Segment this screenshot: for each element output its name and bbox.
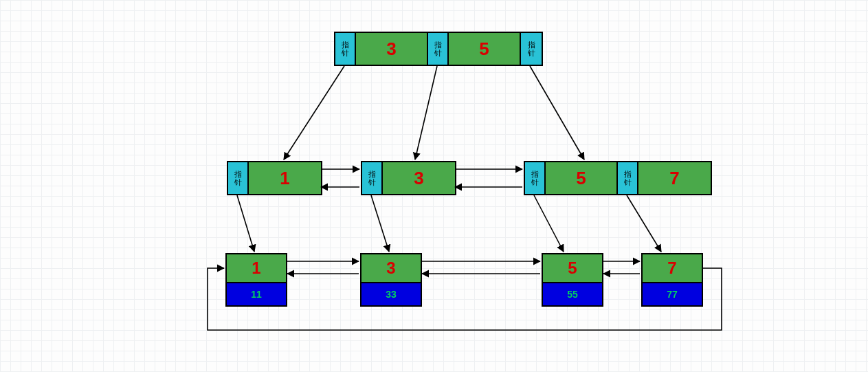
svg-line-9 <box>534 195 564 252</box>
leaf-key: 1 <box>227 254 286 283</box>
key-cell: 5 <box>449 33 521 65</box>
leaf-node-4: 7 77 <box>641 253 703 307</box>
leaf-value: 55 <box>543 283 602 305</box>
leaf-node-1: 1 11 <box>225 253 287 307</box>
internal-node-1: 指针 1 <box>227 161 322 195</box>
svg-line-8 <box>371 195 389 252</box>
leaf-node-2: 3 33 <box>360 253 422 307</box>
pointer-cell: 指针 <box>525 162 546 194</box>
root-node: 指针 3 指针 5 指针 <box>334 32 543 66</box>
pointer-cell: 指针 <box>335 33 356 65</box>
leaf-value: 11 <box>227 283 286 305</box>
svg-line-0 <box>284 66 344 160</box>
key-cell: 5 <box>546 162 618 194</box>
pointer-cell: 指针 <box>521 33 542 65</box>
key-cell: 7 <box>638 162 711 194</box>
leaf-key: 5 <box>543 254 602 283</box>
internal-node-2: 指针 3 <box>361 161 456 195</box>
leaf-key: 3 <box>361 254 421 283</box>
pointer-cell: 指针 <box>362 162 383 194</box>
svg-line-1 <box>415 66 437 160</box>
svg-line-7 <box>237 195 254 252</box>
pointer-cell: 指针 <box>228 162 249 194</box>
leaf-value: 77 <box>643 283 702 305</box>
internal-node-3: 指针 5 指针 7 <box>524 161 712 195</box>
key-cell: 3 <box>356 33 428 65</box>
leaf-value: 33 <box>361 283 421 305</box>
svg-line-2 <box>530 66 584 160</box>
leaf-node-3: 5 55 <box>542 253 603 307</box>
key-cell: 3 <box>383 162 455 194</box>
pointer-cell: 指针 <box>618 162 638 194</box>
key-cell: 1 <box>249 162 321 194</box>
svg-line-10 <box>627 195 661 252</box>
leaf-key: 7 <box>643 254 702 283</box>
pointer-cell: 指针 <box>428 33 449 65</box>
